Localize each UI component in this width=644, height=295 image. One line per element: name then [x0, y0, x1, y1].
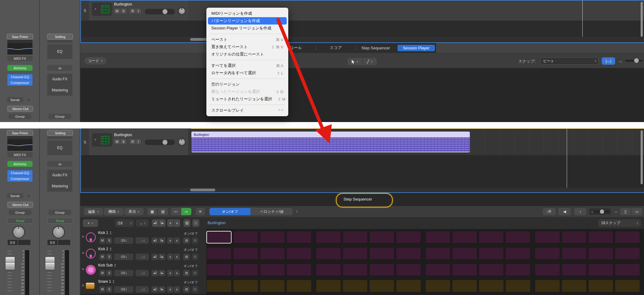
- mute-button[interactable]: M: [114, 139, 120, 144]
- row-playmode-stepper[interactable]: →▴▾: [136, 270, 149, 276]
- pattern-playmode-stepper[interactable]: →▴▾: [136, 219, 149, 227]
- row-random-button[interactable]: ⚄: [183, 254, 190, 260]
- mode-tab-on-off[interactable]: オン/オフ: [209, 208, 251, 215]
- row-mute-button[interactable]: M: [99, 237, 105, 244]
- row-rotate-left-button[interactable]: ◂0: [151, 237, 158, 244]
- row-decrement-button[interactable]: ∨: [167, 237, 173, 244]
- audio-fx-slot-1[interactable]: Channel EQ: [7, 170, 33, 176]
- step-cell[interactable]: [286, 263, 312, 276]
- step-cell[interactable]: [505, 247, 531, 260]
- eq-thumbnail[interactable]: [7, 40, 33, 55]
- audio-fx-slot-1[interactable]: Channel EQ: [7, 74, 33, 80]
- step-cell[interactable]: [588, 247, 613, 260]
- row-rotate-left-button[interactable]: ◂0: [151, 270, 158, 276]
- solo-button[interactable]: S: [121, 139, 126, 144]
- step-cell[interactable]: [452, 280, 477, 292]
- step-cell[interactable]: [505, 231, 531, 243]
- menu-item[interactable]: ミュートされたリージョンを選択⇧ M: [208, 95, 287, 103]
- menu-item[interactable]: 置き換えてペースト⇧ ⌘ V: [208, 43, 287, 51]
- midi-out-icon[interactable]: ○›: [181, 208, 191, 215]
- volume-value[interactable]: 0.0: [8, 240, 17, 245]
- pattern-length-dropdown[interactable]: 16ステップ▴▾: [598, 219, 641, 227]
- functions-menu-button[interactable]: 機能∨: [104, 208, 124, 215]
- step-cell[interactable]: [316, 280, 341, 292]
- group-button[interactable]: Group: [9, 210, 31, 215]
- pattern-rotate-left-button[interactable]: ◂0: [152, 219, 159, 227]
- row-solo-button[interactable]: S: [106, 254, 112, 260]
- step-cell[interactable]: [260, 247, 285, 260]
- step-cell[interactable]: [286, 247, 312, 260]
- automation-mode-button[interactable]: Read: [47, 218, 73, 224]
- pattern-browser-icon[interactable]: ▦: [147, 208, 157, 215]
- zoom-slider[interactable]: [625, 60, 643, 62]
- record-button[interactable]: ›®: [543, 208, 556, 215]
- vertical-fit-icon[interactable]: ↕: [574, 208, 586, 215]
- patch-name-button[interactable]: Saw Prism: [7, 130, 33, 136]
- channel-fader[interactable]: 036912151821243035404550: [0, 248, 39, 295]
- step-cell[interactable]: [479, 247, 504, 260]
- step-cell[interactable]: [562, 280, 587, 292]
- row-playmode-stepper[interactable]: →▴▾: [136, 237, 149, 244]
- snap-to-grid-button[interactable]: |↔|: [602, 57, 615, 65]
- step-cell[interactable]: [479, 231, 504, 243]
- step-cell[interactable]: [535, 280, 560, 292]
- step-cell[interactable]: [206, 263, 232, 276]
- preview-speaker-icon[interactable]: ◀: [558, 208, 571, 215]
- step-cell[interactable]: [233, 280, 258, 292]
- tracks-empty-area[interactable]: [81, 155, 644, 188]
- solo-button[interactable]: S: [121, 9, 126, 13]
- peak-value[interactable]: [58, 240, 70, 245]
- tab-session-player[interactable]: Session Player: [397, 45, 435, 51]
- row-name[interactable]: Kick Sub▴▾: [98, 263, 116, 267]
- disclosure-arrow-icon[interactable]: ›: [95, 137, 96, 142]
- row-clear-button[interactable]: ☒: [192, 237, 198, 244]
- instrument-slot[interactable]: Alchemy: [7, 65, 33, 71]
- midi-in-icon[interactable]: ›○: [171, 208, 181, 215]
- horizontal-scrollbar-thumb[interactable]: [190, 189, 215, 191]
- step-cell[interactable]: [615, 231, 640, 243]
- step-cell[interactable]: [562, 263, 587, 276]
- vertical-scrollbar[interactable]: [641, 2, 643, 37]
- tracks-empty-area[interactable]: [81, 21, 644, 37]
- patch-name-button[interactable]: Saw Prism: [7, 34, 33, 40]
- pan-knob[interactable]: [12, 226, 25, 239]
- step-cell[interactable]: [425, 247, 450, 260]
- track-icon-cell[interactable]: ›: [92, 2, 112, 16]
- track-icon-cell[interactable]: ›: [92, 133, 112, 147]
- view-menu-button[interactable]: 表示∨: [125, 208, 144, 215]
- midi-fx-slot[interactable]: MIDI FX: [7, 56, 33, 61]
- step-cell[interactable]: [396, 247, 421, 260]
- crossfade-icon[interactable]: ✕: [196, 208, 205, 215]
- step-cell[interactable]: [562, 247, 587, 260]
- pan-knob[interactable]: [52, 226, 65, 239]
- pattern-name-label[interactable]: Burlington: [208, 220, 226, 225]
- step-cell[interactable]: [206, 231, 232, 243]
- mode-stepper[interactable]: ▴▾: [294, 208, 300, 215]
- tab-score[interactable]: スコア: [316, 43, 355, 53]
- record-enable-button[interactable]: R: [130, 139, 136, 144]
- add-row-button[interactable]: +∨: [83, 219, 98, 227]
- midi-fx-slot[interactable]: MIDI FX: [7, 152, 33, 157]
- volume-slider[interactable]: [145, 9, 175, 14]
- row-header[interactable]: >Kick 1▴▾オン/オフMS/16▴▾→▴▾◂00▸∨∧⚄☒: [80, 229, 206, 246]
- step-cell[interactable]: [369, 263, 394, 276]
- track-header[interactable]: 5 › Burlington M S R I: [81, 1, 188, 21]
- step-cell[interactable]: [615, 247, 640, 260]
- pattern-random-button[interactable]: ⚄: [183, 219, 190, 227]
- step-cell[interactable]: [260, 263, 285, 276]
- menu-item[interactable]: パターンリージョンを作成: [208, 17, 287, 25]
- step-cell[interactable]: [615, 263, 640, 276]
- row-disclosure-icon[interactable]: >: [82, 267, 84, 271]
- menu-item[interactable]: 空のリージョン: [208, 81, 287, 88]
- menu-item[interactable]: MIDIリージョンを作成: [208, 10, 287, 17]
- row-division-stepper[interactable]: /16▴▾: [114, 254, 133, 260]
- row-playmode-stepper[interactable]: →▴▾: [136, 286, 149, 293]
- row-random-button[interactable]: ⚄: [183, 286, 190, 293]
- row-division-stepper[interactable]: /16▴▾: [114, 237, 133, 244]
- step-cell[interactable]: [425, 280, 450, 292]
- step-cell[interactable]: [233, 263, 258, 276]
- row-increment-button[interactable]: ∧: [174, 237, 180, 244]
- row-header[interactable]: >Snare 1▴▾オン/オフMS/16▴▾→▴▾◂00▸∨∧⚄☒: [80, 278, 206, 294]
- send-knob[interactable]: [26, 97, 31, 103]
- row-zoom-slider[interactable]: ↕: [589, 209, 611, 215]
